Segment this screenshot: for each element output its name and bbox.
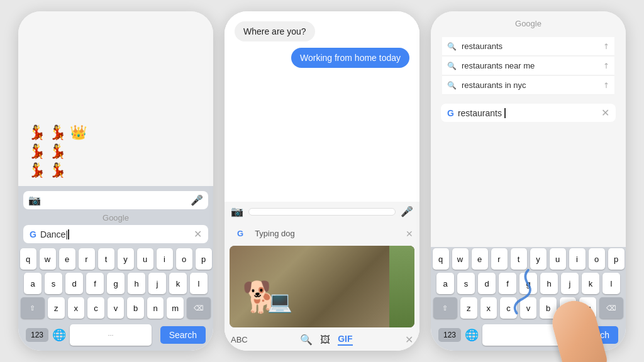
key-f[interactable]: f bbox=[86, 273, 104, 294]
key-3-i[interactable]: i bbox=[569, 248, 586, 270]
key-3-t[interactable]: t bbox=[511, 248, 527, 270]
key-3-v[interactable]: v bbox=[520, 297, 537, 319]
key-c[interactable]: c bbox=[87, 297, 104, 319]
arrow-icon-1: ↗ bbox=[601, 41, 612, 52]
key-3-g[interactable]: g bbox=[519, 273, 537, 294]
key-t[interactable]: t bbox=[98, 248, 114, 270]
key-3-u[interactable]: u bbox=[550, 248, 566, 270]
image-icon-gif[interactable]: 🖼 bbox=[320, 334, 330, 346]
key-row-3: ⇧ z x c v b n m ⌫ bbox=[21, 297, 211, 319]
gboard-query-3: restaurants bbox=[458, 108, 597, 118]
key-d[interactable]: d bbox=[65, 273, 83, 294]
abc-tab[interactable]: ABC bbox=[231, 335, 248, 344]
chat-message-sent: Working from home today bbox=[291, 48, 409, 68]
key-p[interactable]: p bbox=[196, 248, 212, 270]
message-input-row: 📷 🎤 bbox=[225, 202, 419, 221]
space-key[interactable]: ··· bbox=[70, 324, 152, 346]
key-3-s[interactable]: s bbox=[457, 273, 475, 294]
gif-strip bbox=[389, 246, 414, 327]
key-3-y[interactable]: y bbox=[530, 248, 547, 270]
finger-shape bbox=[548, 296, 610, 362]
key-l[interactable]: l bbox=[190, 273, 208, 294]
key-3-p[interactable]: p bbox=[608, 248, 625, 270]
search-button-1[interactable]: Search bbox=[160, 326, 206, 344]
mic-icon-2[interactable]: 🎤 bbox=[401, 206, 413, 217]
key-x[interactable]: x bbox=[68, 297, 85, 319]
key-3-d[interactable]: d bbox=[478, 273, 496, 294]
gboard-top-bar: G Typing dog ✕ bbox=[225, 221, 419, 246]
key-3-x[interactable]: x bbox=[480, 297, 497, 319]
key-n[interactable]: n bbox=[147, 297, 164, 319]
key-3-q[interactable]: q bbox=[433, 248, 449, 270]
key-3-a[interactable]: a bbox=[436, 273, 454, 294]
key-j[interactable]: j bbox=[148, 273, 166, 294]
key-3-e[interactable]: e bbox=[472, 248, 488, 270]
camera-icon-2[interactable]: 📷 bbox=[231, 206, 243, 217]
key-k[interactable]: k bbox=[169, 273, 187, 294]
key-row-3-1: q w e r t y u i o p bbox=[433, 248, 623, 270]
gboard-search-row[interactable]: G Dance| ✕ bbox=[23, 225, 208, 243]
key-row-1: q w e r t y u i o p bbox=[21, 248, 211, 270]
key-e[interactable]: e bbox=[59, 248, 75, 270]
key-u[interactable]: u bbox=[137, 248, 153, 270]
suggestion-text-2: restaurants near me bbox=[462, 61, 535, 70]
bottom-bar-1: 123 🌐 ··· Search bbox=[21, 322, 211, 348]
gif-display-area: 🐕 💻 bbox=[230, 246, 414, 327]
google-g-icon-3: G bbox=[447, 108, 454, 118]
key-shift[interactable]: ⇧ bbox=[21, 297, 45, 319]
key-v[interactable]: v bbox=[108, 297, 125, 319]
arrow-icon-3: ↗ bbox=[601, 80, 612, 90]
gif-search-query: Typing dog bbox=[255, 229, 295, 238]
suggestion-item-1[interactable]: 🔍 restaurants ↗ bbox=[442, 37, 614, 56]
key-r[interactable]: r bbox=[79, 248, 95, 270]
suggestion-text-1: restaurants bbox=[462, 41, 502, 51]
key-backspace[interactable]: ⌫ bbox=[187, 297, 211, 319]
key-a[interactable]: a bbox=[24, 273, 42, 294]
chat-area: Where are you? Working from home today bbox=[225, 11, 419, 202]
suggestion-item-2[interactable]: 🔍 restaurants near me ↗ bbox=[442, 57, 614, 75]
message-input[interactable] bbox=[248, 208, 396, 216]
key-h[interactable]: h bbox=[128, 273, 145, 294]
keyboard-rows-1: q w e r t y u i o p a s d f g h bbox=[18, 247, 213, 351]
key-3-z[interactable]: z bbox=[460, 297, 477, 319]
search-icon-gif[interactable]: 🔍 bbox=[300, 334, 313, 346]
gboard-clear-icon[interactable]: ✕ bbox=[406, 229, 413, 239]
key-i[interactable]: i bbox=[157, 248, 173, 270]
key-w[interactable]: w bbox=[40, 248, 56, 270]
gif-close-btn[interactable]: ✕ bbox=[405, 334, 413, 346]
search-icon-s3: 🔍 bbox=[447, 81, 457, 90]
phone3-swipe-keyboard: Google 🔍 restaurants ↗ 🔍 restaurants nea… bbox=[431, 11, 626, 351]
emoji-row-2: 💃 💃 bbox=[28, 143, 203, 160]
gboard-gif-area: G Typing dog ✕ 🐕 💻 ABC 🔍 🖼 GIF ✕ bbox=[225, 221, 419, 351]
gboard-search-row-3[interactable]: G restaurants ✕ bbox=[441, 104, 616, 122]
key-3-w[interactable]: w bbox=[452, 248, 469, 270]
key-3-shift[interactable]: ⇧ bbox=[433, 297, 457, 319]
key-q[interactable]: q bbox=[20, 248, 36, 270]
search-icon-s1: 🔍 bbox=[447, 42, 457, 51]
key-m[interactable]: m bbox=[167, 297, 184, 319]
key-b[interactable]: b bbox=[127, 297, 144, 319]
key-z[interactable]: z bbox=[48, 297, 65, 319]
key-s[interactable]: s bbox=[45, 273, 62, 294]
arrow-icon-2: ↗ bbox=[601, 60, 612, 71]
globe-button-3[interactable]: 🌐 bbox=[465, 328, 479, 342]
suggestion-item-3[interactable]: 🔍 restaurants in nyc ↗ bbox=[442, 76, 614, 95]
key-y[interactable]: y bbox=[118, 248, 134, 270]
keyboard-area-1: 📷 🎤 Google G Dance| ✕ q w e r t y u bbox=[18, 186, 213, 351]
num-button[interactable]: 123 bbox=[26, 328, 48, 342]
mic-icon[interactable]: 🎤 bbox=[191, 194, 203, 206]
key-3-f[interactable]: f bbox=[499, 273, 516, 294]
gif-tab-active[interactable]: GIF bbox=[338, 334, 352, 346]
num-button-3[interactable]: 123 bbox=[438, 328, 461, 342]
google-g-icon: G bbox=[30, 229, 36, 239]
key-o[interactable]: o bbox=[176, 248, 192, 270]
key-3-o[interactable]: o bbox=[589, 248, 605, 270]
globe-button[interactable]: 🌐 bbox=[52, 328, 66, 342]
laptop-emoji: 💻 bbox=[267, 290, 292, 314]
clear-icon-3[interactable]: ✕ bbox=[601, 107, 609, 119]
clear-icon[interactable]: ✕ bbox=[194, 228, 202, 240]
key-g[interactable]: g bbox=[107, 273, 125, 294]
key-3-r[interactable]: r bbox=[491, 248, 508, 270]
key-3-c[interactable]: c bbox=[500, 297, 517, 319]
camera-icon[interactable]: 📷 bbox=[28, 194, 41, 206]
